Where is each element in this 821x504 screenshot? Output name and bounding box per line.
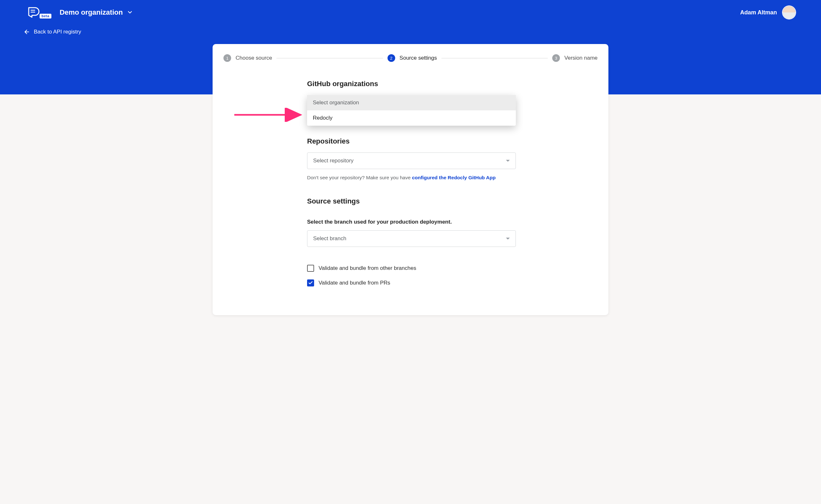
step-label: Source settings [399, 55, 437, 61]
checkbox-box [307, 265, 314, 272]
checkbox-prs[interactable]: Validate and bundle from PRs [307, 279, 516, 286]
back-link[interactable]: Back to API registry [23, 29, 81, 35]
repo-select-placeholder: Select repository [313, 158, 354, 164]
top-bar: beta Demo organization Adam Altman [0, 0, 821, 23]
chevron-down-icon [127, 10, 132, 15]
configure-app-link[interactable]: configured the Redocly GitHub App [412, 175, 496, 180]
checkbox-other-branches[interactable]: Validate and bundle from other branches [307, 265, 516, 272]
back-link-label: Back to API registry [34, 29, 81, 35]
step-label: Version name [564, 55, 598, 61]
step-number: 2 [387, 54, 395, 62]
orgs-heading: GitHub organizations [307, 80, 516, 88]
org-option-redocly[interactable]: Redocly [307, 110, 516, 126]
repo-help-text: Don't see your repository? Make sure you… [307, 175, 516, 181]
redocly-logo-icon [27, 6, 40, 19]
step-choose-source[interactable]: 1 Choose source [223, 54, 272, 62]
stepper-line [442, 58, 548, 58]
repo-select[interactable]: Select repository [307, 152, 516, 169]
org-switcher[interactable]: Demo organization [60, 8, 132, 17]
org-name: Demo organization [60, 8, 123, 17]
branch-select-placeholder: Select branch [313, 235, 346, 242]
repo-help-prefix: Don't see your repository? Make sure you… [307, 175, 412, 180]
brand-logo[interactable]: beta [27, 6, 51, 19]
beta-badge: beta [40, 14, 51, 19]
repos-heading: Repositories [307, 137, 516, 145]
org-select[interactable]: Select organization Redocly [307, 95, 516, 126]
annotation-arrow-icon [233, 108, 306, 122]
arrow-left-icon [23, 29, 29, 35]
user-menu[interactable]: Adam Altman [740, 6, 795, 19]
settings-heading: Source settings [307, 197, 516, 205]
avatar [783, 6, 795, 19]
stepper-line [276, 58, 383, 58]
step-number: 3 [552, 54, 560, 62]
user-name: Adam Altman [740, 9, 777, 16]
branch-instruction: Select the branch used for your producti… [307, 219, 516, 225]
stepper: 1 Choose source 2 Source settings 3 Vers… [223, 54, 598, 62]
wizard-card: 1 Choose source 2 Source settings 3 Vers… [213, 44, 608, 315]
branch-select[interactable]: Select branch [307, 230, 516, 247]
checkbox-label: Validate and bundle from other branches [318, 265, 416, 271]
step-label: Choose source [235, 55, 272, 61]
org-select-placeholder: Select organization [307, 95, 516, 110]
caret-down-icon [506, 160, 510, 162]
checkbox-label: Validate and bundle from PRs [318, 280, 390, 286]
checkbox-box [307, 279, 314, 286]
caret-down-icon [506, 238, 510, 240]
step-source-settings[interactable]: 2 Source settings [387, 54, 437, 62]
step-number: 1 [223, 54, 231, 62]
step-version-name[interactable]: 3 Version name [552, 54, 598, 62]
